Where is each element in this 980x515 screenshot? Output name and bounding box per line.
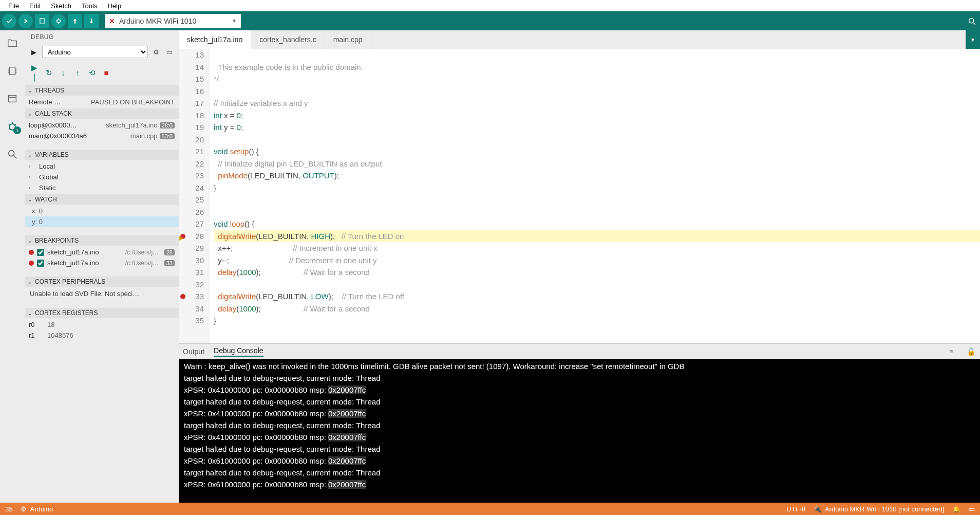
callstack-header[interactable]: ⌄CALL STACK bbox=[25, 108, 179, 119]
code-editor[interactable]: ▶ 13141516171819202122232425262728293031… bbox=[179, 49, 980, 343]
serial-plotter-button[interactable] bbox=[966, 15, 978, 27]
open-button[interactable] bbox=[68, 14, 82, 28]
editor-tab[interactable]: main.cpp bbox=[325, 30, 371, 49]
breakpoints-header[interactable]: ⌄BREAKPOINTS bbox=[25, 235, 179, 246]
variable-scope[interactable]: ›Local bbox=[25, 161, 179, 172]
debug-badge: 1 bbox=[13, 126, 21, 134]
save-button[interactable] bbox=[84, 14, 99, 28]
tabs-more-button[interactable]: ▼ bbox=[966, 30, 980, 49]
svg-rect-10 bbox=[10, 67, 15, 75]
menu-file[interactable]: File bbox=[3, 2, 24, 10]
current-line-arrow-icon: ▶ bbox=[179, 232, 183, 245]
stop-button[interactable]: ■ bbox=[102, 68, 111, 77]
svg-line-9 bbox=[973, 23, 975, 25]
board-name: Arduino MKR WiFi 1010 bbox=[119, 17, 196, 25]
bottom-tabs: OutputDebug Console ≡ 🔓 bbox=[179, 344, 980, 359]
breakpoint-marker-icon[interactable] bbox=[180, 294, 185, 299]
breakpoint-row[interactable]: sketch_jul17a.ino/c:/Users/jo…33 bbox=[25, 258, 179, 268]
svg-line-7 bbox=[60, 22, 61, 22]
variables-header[interactable]: ⌄VARIABLES bbox=[25, 150, 179, 160]
toolbar: ✕ Arduino MKR WiFi 1010 ▼ bbox=[0, 11, 980, 30]
verify-button[interactable] bbox=[2, 14, 16, 28]
board-selector[interactable]: ✕ Arduino MKR WiFi 1010 ▼ bbox=[105, 14, 241, 28]
watch-item[interactable]: x: 0 bbox=[25, 206, 179, 216]
new-sketch-button[interactable] bbox=[35, 14, 49, 28]
close-panel-icon[interactable]: ▭ bbox=[969, 505, 975, 513]
variable-scope[interactable]: ›Static bbox=[25, 182, 179, 193]
svg-point-25 bbox=[9, 151, 14, 156]
bottom-panel: OutputDebug Console ≡ 🔓 Warn : keep_aliv… bbox=[179, 343, 980, 503]
editor-tab[interactable]: cortex_handlers.c bbox=[251, 30, 325, 49]
register-row[interactable]: r11048576 bbox=[25, 330, 179, 341]
debug-button[interactable] bbox=[51, 14, 66, 28]
library-icon[interactable] bbox=[6, 92, 19, 105]
debug-panel: DEBUG ▶ Arduino ⚙ ▭ ▶｜ ↻ ↓ ↑ ⟲ ■ ⌄THREAD… bbox=[25, 30, 179, 503]
status-bar: 35 ⚙ Arduino UTF-8 🔌 Arduino MKR WiFi 10… bbox=[0, 503, 980, 515]
threads-header[interactable]: ⌄THREADS bbox=[25, 85, 179, 96]
svg-rect-17 bbox=[9, 96, 16, 102]
svg-line-6 bbox=[56, 22, 57, 22]
breakpoint-row[interactable]: sketch_jul17a.ino/c:/Users/jo…28 bbox=[25, 247, 179, 258]
restart-button[interactable]: ⟲ bbox=[87, 68, 97, 78]
upload-button[interactable] bbox=[18, 14, 33, 28]
svg-point-1 bbox=[57, 20, 60, 23]
bell-icon[interactable]: 🔔 bbox=[952, 505, 960, 513]
cortex-peripherals-header[interactable]: ⌄CORTEX PERIPHERALS bbox=[25, 277, 179, 287]
thread-row[interactable]: Remote …PAUSED ON BREAKPOINT bbox=[25, 97, 179, 107]
variable-scope[interactable]: ›Global bbox=[25, 172, 179, 182]
menu-edit[interactable]: Edit bbox=[24, 2, 46, 10]
boards-icon[interactable] bbox=[6, 64, 19, 78]
stackframe-row[interactable]: main@0x000034a6main.cpp53:0 bbox=[25, 131, 179, 141]
status-line[interactable]: 35 bbox=[5, 505, 12, 513]
board-invalid-icon: ✕ bbox=[109, 17, 115, 25]
svg-line-4 bbox=[56, 20, 57, 20]
panel-title: DEBUG bbox=[25, 30, 179, 44]
continue-button[interactable]: ▶｜ bbox=[30, 63, 39, 82]
explorer-icon[interactable] bbox=[6, 36, 19, 50]
menu-sketch[interactable]: Sketch bbox=[46, 2, 77, 10]
search-icon[interactable] bbox=[6, 148, 19, 161]
debug-console[interactable]: Warn : keep_alive() was not invoked in t… bbox=[179, 359, 980, 503]
status-board[interactable]: 🔌 Arduino MKR WiFi 1010 [not connected] bbox=[814, 505, 944, 513]
breakpoint-dot-icon bbox=[29, 261, 34, 266]
start-debug-button[interactable]: ▶ bbox=[29, 48, 39, 56]
step-into-button[interactable]: ↓ bbox=[59, 68, 68, 77]
wrap-icon[interactable]: ≡ bbox=[946, 347, 956, 356]
debug-controls: ▶｜ ↻ ↓ ↑ ⟲ ■ bbox=[25, 60, 179, 85]
svg-rect-0 bbox=[40, 18, 44, 24]
register-row[interactable]: r018 bbox=[25, 319, 179, 330]
cortex-registers-header[interactable]: ⌄CORTEX REGISTERS bbox=[25, 308, 179, 318]
stackframe-row[interactable]: loop@0x0000…sketch_jul17a.ino28:0 bbox=[25, 120, 179, 131]
svg-line-5 bbox=[60, 20, 61, 20]
watch-header[interactable]: ⌄WATCH bbox=[25, 194, 179, 205]
step-out-button[interactable]: ↑ bbox=[73, 68, 82, 77]
breakpoint-dot-icon bbox=[29, 250, 34, 255]
gear-icon[interactable]: ⚙ bbox=[151, 48, 161, 56]
watch-item[interactable]: y: 0 bbox=[25, 216, 179, 227]
breakpoint-checkbox[interactable] bbox=[37, 249, 44, 256]
cortex-peripherals-msg: Unable to load SVD File: Not speci… bbox=[25, 287, 179, 301]
editor-tabs: sketch_jul17a.inocortex_handlers.cmain.c… bbox=[179, 30, 980, 49]
bottom-tab[interactable]: Debug Console bbox=[214, 346, 263, 357]
breakpoint-checkbox[interactable] bbox=[37, 260, 44, 267]
menubar: FileEditSketchToolsHelp bbox=[0, 0, 980, 11]
lock-scroll-icon[interactable]: 🔓 bbox=[966, 347, 976, 356]
debug-icon[interactable]: 1 bbox=[6, 120, 19, 133]
status-lang[interactable]: ⚙ Arduino bbox=[21, 505, 53, 513]
status-encoding[interactable]: UTF-8 bbox=[786, 505, 805, 513]
activity-bar: 1 bbox=[0, 30, 25, 503]
debug-config-select[interactable]: Arduino bbox=[42, 46, 148, 58]
editor-tab[interactable]: sketch_jul17a.ino bbox=[179, 30, 251, 49]
svg-point-8 bbox=[969, 18, 974, 23]
debug-console-toggle-icon[interactable]: ▭ bbox=[164, 48, 175, 56]
menu-help[interactable]: Help bbox=[102, 2, 126, 10]
menu-tools[interactable]: Tools bbox=[77, 2, 102, 10]
step-over-button[interactable]: ↻ bbox=[44, 68, 53, 78]
chevron-down-icon: ▼ bbox=[232, 18, 237, 24]
bottom-tab[interactable]: Output bbox=[183, 347, 204, 356]
svg-line-26 bbox=[14, 156, 17, 159]
